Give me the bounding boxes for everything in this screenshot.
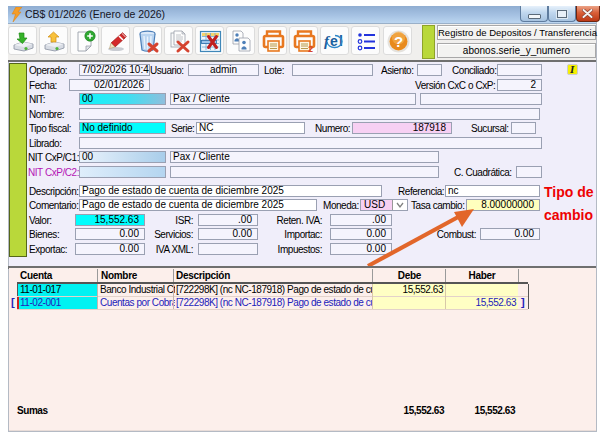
- svg-text:?: ?: [394, 33, 403, 50]
- svg-text:2: 2: [308, 44, 313, 54]
